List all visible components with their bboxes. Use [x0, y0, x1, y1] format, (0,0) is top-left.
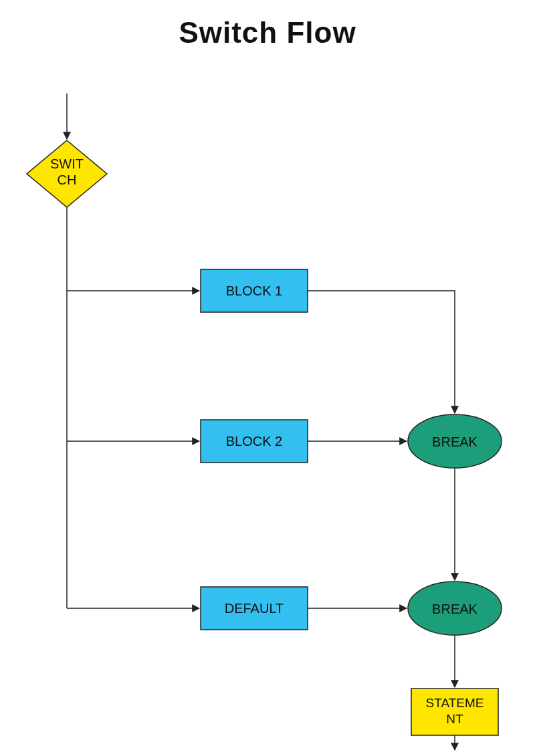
break1-label: BREAK [432, 434, 477, 449]
block2-label: BLOCK 2 [226, 434, 282, 449]
statement-label-line1: STATEME [426, 696, 484, 710]
block1-label: BLOCK 1 [226, 283, 282, 298]
node-break2: BREAK [408, 582, 502, 635]
flowchart-svg: SWIT CH BLOCK 1 BLOCK 2 BREAK [0, 0, 535, 756]
node-default: DEFAULT [201, 587, 308, 630]
edge-block1-to-break1 [308, 291, 455, 413]
break2-label: BREAK [432, 602, 477, 616]
node-block1: BLOCK 1 [201, 269, 308, 312]
node-break1: BREAK [408, 414, 502, 468]
default-label: DEFAULT [225, 601, 284, 616]
node-switch: SWIT CH [27, 140, 107, 207]
switch-label-line1: SWIT [50, 156, 84, 171]
node-statement: STATEME NT [411, 688, 498, 735]
node-block2: BLOCK 2 [201, 420, 308, 463]
switch-label-line2: CH [58, 172, 77, 187]
diagram-page: Switch Flow SWIT CH BLOCK 1 [0, 0, 535, 756]
statement-label-line2: NT [446, 712, 463, 726]
